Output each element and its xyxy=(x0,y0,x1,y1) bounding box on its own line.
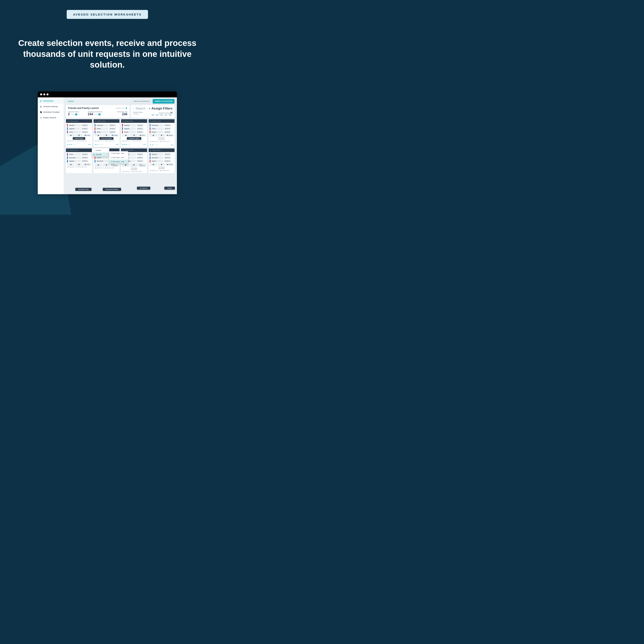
doc-icon-button[interactable] xyxy=(158,134,165,137)
more-button[interactable]: ••• xyxy=(143,143,146,145)
unit-row: Citrine$ XXX K↓ xyxy=(67,131,91,133)
timestamp: MMM/DD/YYYYHH:MM AM/PM xyxy=(67,166,91,168)
window-dot[interactable] xyxy=(43,93,45,95)
window-dot[interactable] xyxy=(40,93,42,95)
menu-expand[interactable]: Expand xyxy=(92,148,109,152)
doc-icon-button[interactable] xyxy=(75,163,83,166)
submenu-item[interactable]: 2. Floor Plan - Unit xyxy=(109,155,128,160)
card-header: Realtor Name... xyxy=(66,119,92,123)
unit-row: Sapphire$ XXX K↓ xyxy=(67,160,91,163)
icon-row: Cheque xyxy=(150,134,174,137)
payment-chip[interactable]: Cheque xyxy=(111,134,118,137)
more-button[interactable]: ••• xyxy=(171,144,174,146)
sidebar-item-worksheets[interactable]: Worksheets xyxy=(38,98,64,104)
unit-price: $ XXX K xyxy=(81,131,88,133)
arrow-icon: ↓ xyxy=(144,131,146,133)
svg-point-9 xyxy=(95,120,96,121)
payment-chip[interactable]: Credit xyxy=(83,163,91,166)
home-icon-button[interactable] xyxy=(122,134,130,137)
menu-allocate[interactable]: Allocate › xyxy=(92,152,109,157)
network-icon xyxy=(40,116,42,119)
doc-icon-button[interactable] xyxy=(130,134,138,137)
worksheet-card[interactable]: Realtor Name... Moonstone$ XXX K=Scarlet… xyxy=(94,119,120,147)
rating-chip[interactable]: 3 xyxy=(160,114,164,116)
home-icon-button[interactable] xyxy=(150,134,157,137)
home-icon-button[interactable] xyxy=(150,163,157,166)
stat-remaining-worksheets: Remaining Worksheets 244 SHOW✓ xyxy=(88,111,108,116)
no-rating-label: No Rating xyxy=(133,113,143,115)
arrow-icon: ↑ xyxy=(89,157,91,158)
chevron-left-icon xyxy=(66,101,68,102)
svg-point-20 xyxy=(160,141,161,142)
submenu-item[interactable]: 1. Floor Plan - Unit xyxy=(109,151,128,155)
arrow-icon: ↑ xyxy=(89,128,91,129)
more-button[interactable]: ••• xyxy=(116,143,118,145)
see-allocated-button[interactable]: SEE ALLOCATED (2) xyxy=(132,99,152,104)
back-button[interactable]: BACK xyxy=(66,100,74,102)
product-badge: AVESDO SELECTION WORKSHEETS xyxy=(67,10,148,19)
doc-icon-button[interactable] xyxy=(130,163,138,167)
submit-allocations-button[interactable]: SUBMIT ALLOCATIONS xyxy=(153,99,175,104)
rating-chip[interactable]: 4 xyxy=(164,114,168,116)
svg-rect-35 xyxy=(150,170,151,171)
rating-chip[interactable]: 5 xyxy=(169,114,173,116)
show-toggle[interactable]: SHOW✓ xyxy=(71,113,77,115)
worksheet-card[interactable]: Realtor Name... Magenta$ XXX K=Sapphire$… xyxy=(121,119,147,147)
arrow-icon: = xyxy=(116,125,118,126)
timestamp: MMM/DD/YYYYHH:MM AM/PM xyxy=(95,140,119,142)
arrow-icon: = xyxy=(144,125,146,126)
unit-price: $ XXX K xyxy=(164,124,171,127)
worksheet-card[interactable]: Realtor Name... Sapphrie$ XXX K=Moonston… xyxy=(149,148,175,173)
sidebar-item-template[interactable]: Worksheet Template xyxy=(38,109,64,115)
file-icon xyxy=(40,111,42,113)
overlay-tag: Internation Buyer xyxy=(75,188,91,191)
show-toggle[interactable]: SHOW✓ xyxy=(94,113,101,115)
sidebar-item-network[interactable]: Realtor Network xyxy=(38,115,64,120)
payment-chip[interactable]: No Payment xyxy=(138,163,146,167)
submenu-item[interactable]: 3. Floor Plan - Unit xyxy=(109,160,128,164)
unit-row: Citrine$ XXX K↓ xyxy=(95,131,119,133)
worksheet-card[interactable]: Realtor Name... Manderin$ XXX K=Sapphire… xyxy=(66,119,92,147)
home-icon-button[interactable] xyxy=(67,163,75,166)
doc-icon-button[interactable] xyxy=(158,163,165,166)
unit-row: Citrine$ XXX K↑ xyxy=(150,127,174,130)
doc-icon-button[interactable] xyxy=(75,134,83,137)
worksheet-card[interactable]: Realtor Name... Citrine$ XXX K=Moonstone… xyxy=(66,148,92,173)
unit-row: Scarlet$ XXX K↓ xyxy=(150,131,174,133)
buyer-names: First NameLast Name xyxy=(150,166,174,170)
payment-chip[interactable]: Cheque xyxy=(166,134,174,137)
search-input[interactable]: Search xyxy=(133,107,147,110)
arrow-icon: ↑ xyxy=(172,128,174,129)
context-menu: Expand Allocate › xyxy=(92,148,109,157)
payment-chip[interactable]: Credit xyxy=(83,134,91,137)
sidebar-item-heatmap[interactable]: Demand Heatmap xyxy=(38,104,64,109)
browser-window: Worksheets Demand Heatmap Worksheet Temp… xyxy=(38,91,177,194)
svg-point-3 xyxy=(133,108,134,109)
rating-chip[interactable]: 2 xyxy=(155,114,159,116)
unit-name: Scarlet xyxy=(96,127,109,130)
svg-rect-19 xyxy=(150,141,151,142)
unit-price: $ XXX K xyxy=(137,153,144,156)
icon-row: Cheque xyxy=(95,134,119,137)
unit-name: Sapphire xyxy=(68,127,81,130)
more-button[interactable]: ••• xyxy=(88,143,91,145)
home-icon-button[interactable] xyxy=(95,134,102,137)
filter-icon xyxy=(149,108,151,110)
home-icon-button[interactable] xyxy=(67,134,75,137)
export-csv-button[interactable]: EXPORT CSV xyxy=(116,107,127,109)
rating-chip[interactable]: 1 xyxy=(151,114,155,116)
unit-row: Sapphire$ XXX K↑ xyxy=(122,127,146,130)
payment-chip[interactable]: Credit xyxy=(138,134,146,137)
payment-chip[interactable]: Cheque xyxy=(166,163,174,166)
assign-filters-button[interactable]: Assign Filters xyxy=(149,107,173,110)
buyer-names: First NameLast Name xyxy=(122,167,146,171)
timestamp: MMM/DD/YYYYHH:MM AM/PM xyxy=(67,140,91,142)
allocate-icon xyxy=(93,154,95,155)
doc-icon-button[interactable] xyxy=(103,134,110,137)
unit-price: $ XXX K xyxy=(164,153,171,156)
arrow-icon: ↑ xyxy=(144,128,146,129)
unit-name: Scarlet xyxy=(96,156,109,159)
worksheet-card[interactable]: Realtor Name... Moonstone$ XXX K=Citrine… xyxy=(149,119,175,147)
window-dot[interactable] xyxy=(47,93,48,95)
home-icon-button[interactable] xyxy=(95,163,102,167)
